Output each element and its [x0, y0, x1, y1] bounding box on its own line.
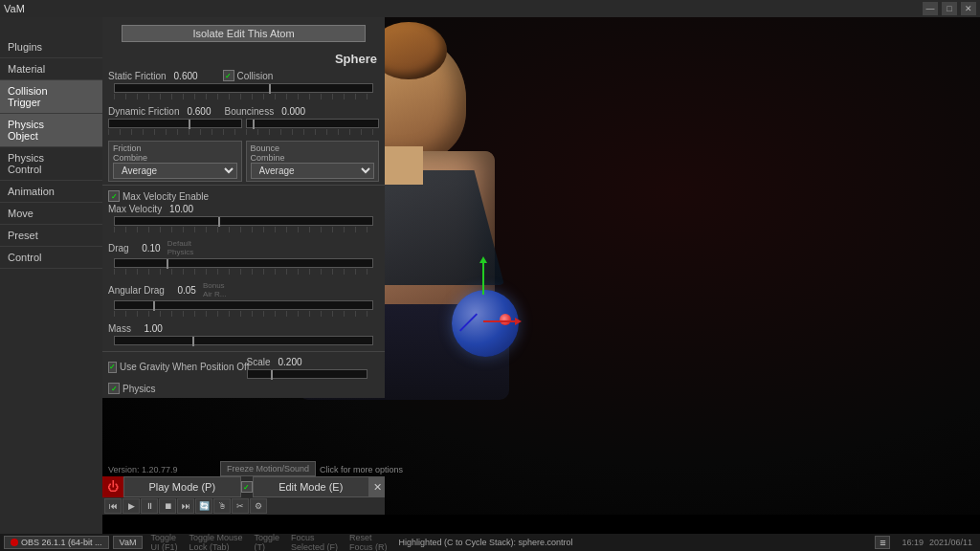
- left-sidebar: Plugins Material CollisionTrigger Physic…: [0, 17, 102, 551]
- stop-icon-btn[interactable]: ⏹: [159, 498, 176, 514]
- dynamic-friction-ticks: [108, 129, 242, 135]
- max-velocity-label: Max Velocity: [108, 204, 162, 214]
- gravity-checkbox[interactable]: ✓: [108, 362, 117, 373]
- angular-drag-section: Angular Drag 0.05 BonusAir R...: [102, 279, 385, 321]
- separator-1: [102, 185, 385, 186]
- loop-icon-btn[interactable]: 🔄: [195, 498, 212, 514]
- sidebar-item-physics-object[interactable]: PhysicsObject: [0, 114, 102, 147]
- edit-mode-button[interactable]: Edit Mode (E): [253, 476, 370, 497]
- cursor-icon-btn[interactable]: 🖱: [213, 498, 231, 514]
- taskbar-right: 16:19 2021/06/11: [894, 538, 980, 547]
- play-mode-button[interactable]: Play Mode (P): [123, 476, 241, 497]
- sphere-object[interactable]: [447, 285, 523, 362]
- bounciness-slider[interactable]: [246, 119, 380, 128]
- scale-label: Scale: [247, 357, 271, 367]
- title-bar: VaM — □ ✕: [0, 0, 980, 17]
- taskbar-vam[interactable]: VaM: [113, 536, 144, 549]
- toggle-hint: Toggle(T): [250, 533, 283, 551]
- minimize-button[interactable]: —: [923, 2, 938, 15]
- angular-drag-ticks: [114, 311, 373, 317]
- static-friction-slider[interactable]: [114, 83, 373, 93]
- sidebar-item-collision[interactable]: CollisionTrigger: [0, 80, 102, 114]
- next-icon-btn[interactable]: ⏭: [177, 498, 194, 514]
- drag-section: Drag 0.10 DefaultPhysics: [102, 237, 385, 279]
- play-icon-btn[interactable]: ▶: [122, 498, 140, 514]
- bounce-combine-box: BounceCombine Average: [246, 141, 380, 182]
- toggle-ui-hint: ToggleUI (F1): [146, 533, 181, 551]
- prev-icon-btn[interactable]: ⏮: [104, 498, 122, 514]
- vam-label: VaM: [120, 538, 137, 547]
- collision-checkbox[interactable]: ✓: [223, 70, 234, 81]
- sidebar-item-animation[interactable]: Animation: [0, 181, 102, 203]
- sphere-handle[interactable]: [500, 314, 511, 325]
- sidebar-item-control[interactable]: Control: [0, 247, 102, 269]
- mode-bar: ⏻ Play Mode (P) ✓ Edit Mode (E) ✕: [102, 476, 385, 497]
- max-velocity-enable-label: Max Velocity Enable: [122, 191, 209, 202]
- settings-icon-btn[interactable]: ⚙: [250, 498, 267, 514]
- friction-combine-select[interactable]: Average: [113, 163, 237, 179]
- system-time: 16:19: [902, 538, 924, 547]
- icon-row-2: ⏮ ▶ ⏸ ⏹ ⏭ 🔄 🖱 ✂ ⚙: [102, 496, 385, 515]
- combine-row: FrictionCombine Average BounceCombine Av…: [108, 141, 379, 182]
- isolate-button[interactable]: Isolate Edit This Atom: [122, 25, 366, 42]
- max-velocity-section: ✓ Max Velocity Enable Max Velocity 10.00: [102, 188, 385, 237]
- scale-slider[interactable]: [247, 369, 368, 379]
- version-area: Version: 1.20.77.9: [102, 463, 217, 476]
- system-date: 2021/06/11: [929, 538, 972, 547]
- reset-focus-hint: ResetFocus (R): [345, 533, 391, 551]
- sidebar-item-preset[interactable]: Preset: [0, 225, 102, 247]
- drag-label: Drag: [108, 243, 129, 253]
- separator-2: [102, 351, 385, 352]
- obs-label: OBS 26.1.1 (64-bit ...: [21, 538, 102, 547]
- angular-drag-unit: BonusAir R...: [203, 281, 226, 298]
- bounciness-value: 0.000: [277, 106, 305, 117]
- edit-mode-checkbox[interactable]: ✓: [241, 481, 253, 493]
- x-axis-handle[interactable]: [483, 320, 517, 322]
- sliders-row: [108, 119, 379, 137]
- pause-icon-btn[interactable]: ⏸: [141, 498, 158, 514]
- highlighted-status: Highlighted (C to Cycle Stack): sphere.c…: [395, 538, 872, 547]
- panel-title: Sphere: [102, 50, 385, 68]
- scale-value: 0.200: [274, 357, 302, 367]
- sidebar-item-physics-control[interactable]: PhysicsControl: [0, 147, 102, 181]
- physics-row: ✓ Physics: [102, 381, 385, 398]
- sidebar-item-material[interactable]: Material: [0, 58, 102, 80]
- taskbar-left: OBS 26.1.1 (64-bit ... VaM ToggleUI (F1)…: [0, 533, 894, 551]
- drag-unit: DefaultPhysics: [167, 239, 194, 256]
- bounciness-label: Bounciness: [224, 106, 274, 117]
- bounce-combine-select[interactable]: Average: [251, 163, 375, 179]
- cut-icon-btn[interactable]: ✂: [232, 498, 249, 514]
- angular-drag-slider[interactable]: [114, 300, 373, 310]
- physics-label: Physics: [122, 384, 155, 394]
- y-axis-handle[interactable]: [482, 261, 484, 295]
- mass-section: Mass 1.00: [102, 321, 385, 348]
- more-options-link[interactable]: Click for more options: [316, 463, 407, 476]
- collision-label: Collision: [237, 71, 274, 81]
- status-menu-btn[interactable]: ≡: [875, 536, 890, 549]
- isolate-btn-container: Isolate Edit This Atom: [102, 17, 385, 50]
- sidebar-item-plugins[interactable]: Plugins: [0, 36, 102, 58]
- max-velocity-ticks: [114, 227, 373, 232]
- maximize-button[interactable]: □: [942, 2, 957, 15]
- max-velocity-value: 10.00: [165, 204, 193, 214]
- max-velocity-slider[interactable]: [114, 216, 373, 226]
- friction-combine-label: FrictionCombine: [113, 143, 237, 163]
- taskbar-obs[interactable]: OBS 26.1.1 (64-bit ...: [4, 536, 109, 549]
- freeze-button[interactable]: Freeze Motion/Sound: [220, 461, 316, 476]
- close-button[interactable]: ✕: [961, 2, 976, 15]
- physics-checkbox[interactable]: ✓: [108, 383, 120, 394]
- mass-value: 1.00: [134, 323, 163, 334]
- taskbar: OBS 26.1.1 (64-bit ... VaM ToggleUI (F1)…: [0, 534, 980, 551]
- dynamic-friction-slider[interactable]: [108, 119, 242, 128]
- power-button[interactable]: ⏻: [102, 476, 123, 497]
- toggle-mouse-hint: Toggle MouseLock (Tab): [185, 533, 246, 551]
- max-velocity-enable-checkbox[interactable]: ✓: [108, 190, 120, 202]
- mode-close-button[interactable]: ✕: [369, 476, 385, 497]
- drag-slider[interactable]: [114, 258, 373, 268]
- mass-slider[interactable]: [114, 336, 373, 345]
- angular-drag-label: Angular Drag: [108, 285, 165, 296]
- friction-collision-row: Static Friction 0.600 ✓ Collision: [102, 68, 385, 104]
- angular-drag-value: 0.05: [167, 285, 196, 296]
- gravity-label: Use Gravity When Position Off: [120, 362, 249, 372]
- sidebar-item-move[interactable]: Move: [0, 203, 102, 225]
